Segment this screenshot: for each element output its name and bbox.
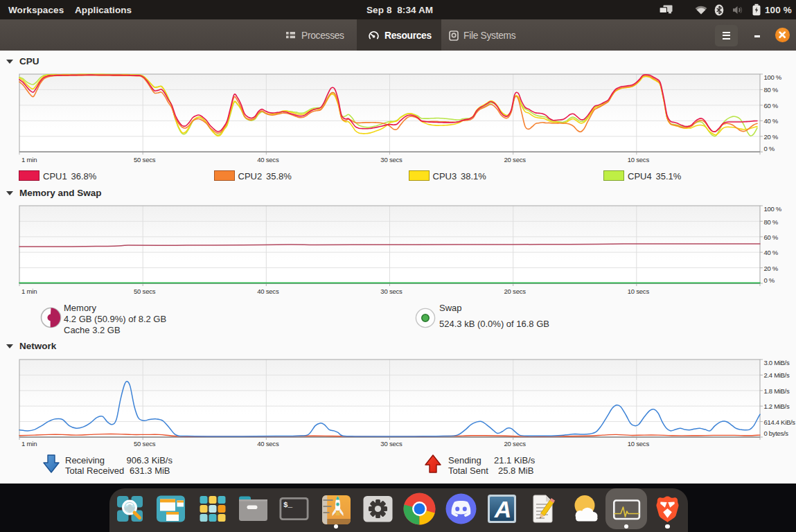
svg-text:A: A	[494, 496, 512, 522]
svg-text:$_: $_	[283, 501, 293, 509]
